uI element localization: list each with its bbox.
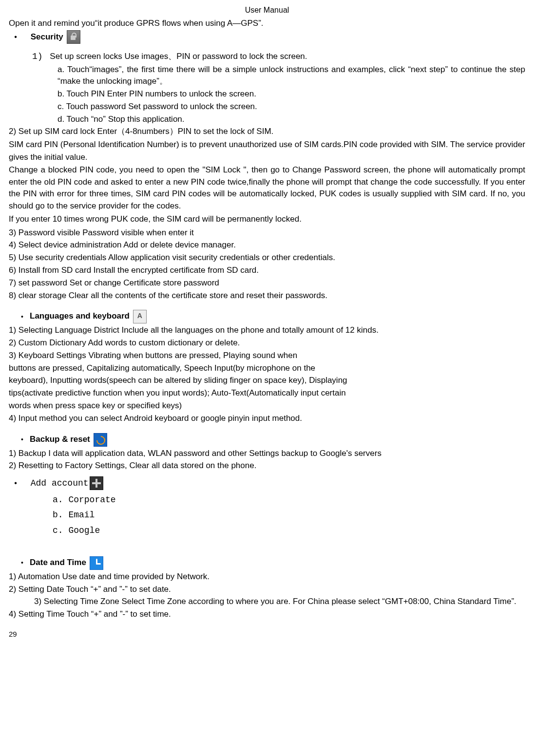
backup-heading: Backup & reset xyxy=(21,433,525,447)
security-heading: Security xyxy=(9,30,525,44)
add-account-b: b. Email xyxy=(53,509,525,521)
security-title: Security xyxy=(31,32,63,41)
security-item-8: 8) clear storage Clear all the contents … xyxy=(9,290,525,302)
languages-item-3a: 3) Keyboard Settings Vibrating when butt… xyxy=(9,350,525,361)
security-item-1: 1) Set up screen locks Use images、PIN or… xyxy=(32,51,525,63)
sim-para-3: If you enter 10 times wrong PUK code, th… xyxy=(9,213,525,225)
languages-heading: Languages and keyboard A xyxy=(21,310,525,323)
languages-item-3d: tips(activate predictive function when y… xyxy=(9,387,525,399)
languages-item-2: 2) Custom Dictionary Add words to custom… xyxy=(9,337,525,349)
languages-item-1: 1) Selecting Language District Include a… xyxy=(9,324,525,336)
languages-item-4: 4) Input method you can select Android k… xyxy=(9,413,525,424)
datetime-title: Date and Time xyxy=(30,558,86,567)
add-account-title: Add account xyxy=(31,478,89,488)
plus-icon xyxy=(90,476,103,490)
datetime-item-3: 3) Selecting Time Zone Select Time Zone … xyxy=(34,596,525,607)
security-item-7: 7) set password Set or change Certificat… xyxy=(9,277,525,289)
security-item-6: 6) Install from SD card Install the encr… xyxy=(9,265,525,276)
security-item-1a: a. Touch“images”, the first time there w… xyxy=(57,64,525,87)
datetime-item-4: 4) Setting Time Touch “+” and ”-” to set… xyxy=(9,608,525,620)
datetime-item-1: 1) Automation Use date and time provided… xyxy=(9,571,525,583)
security-item-1c: c. Touch password Set password to unlock… xyxy=(57,101,525,113)
datetime-item-3-text: 3) Selecting Time Zone Select Time Zone … xyxy=(34,597,516,606)
security-item-3: 3) Password visible Password visible whe… xyxy=(9,227,525,239)
security-item-1-text: Set up screen locks Use images、PIN or pa… xyxy=(50,52,307,61)
security-item-4: 4) Select device administration Add or d… xyxy=(9,239,525,251)
clock-icon xyxy=(90,556,103,570)
languages-item-3c: keyboard), Inputting words(speech can be… xyxy=(9,375,525,386)
languages-item-3e: words when press space key or specified … xyxy=(9,400,525,412)
add-account-a: a. Corporate xyxy=(53,494,525,506)
security-item-1d: d. Touch “no” Stop this application. xyxy=(57,113,525,125)
add-account-heading: Add account xyxy=(9,476,525,490)
backup-item-1: 1) Backup I data will application data, … xyxy=(9,448,525,459)
intro-line: Open it and remind you“it produce GPRS f… xyxy=(9,18,525,29)
languages-item-3b: buttons are pressed, Capitalizing automa… xyxy=(9,362,525,374)
list-number-1: 1) xyxy=(32,52,43,61)
sim-para-2: Change a blocked PIN code, you need to o… xyxy=(9,164,525,212)
page-header: User Manual xyxy=(9,5,525,16)
backup-title: Backup & reset xyxy=(30,435,90,444)
datetime-heading: Date and Time xyxy=(21,556,525,570)
security-item-5: 5) Use security credentials Allow applic… xyxy=(9,252,525,264)
restore-icon xyxy=(94,433,107,447)
keyboard-icon: A xyxy=(133,310,147,323)
security-item-1b: b. Touch PIN Enter PIN numbers to unlock… xyxy=(57,88,525,100)
datetime-item-2: 2) Setting Date Touch “+” and ”-” to set… xyxy=(9,584,525,595)
security-item-2: 2) Set up SIM card lock Enter（4-8numbers… xyxy=(9,126,525,137)
sim-para-1: SIM card PIN (Personal Identification Nu… xyxy=(9,138,525,163)
languages-title: Languages and keyboard xyxy=(30,312,130,321)
add-account-c: c. Google xyxy=(53,525,525,537)
page-number: 29 xyxy=(9,629,525,639)
lock-icon xyxy=(67,30,80,44)
backup-item-2: 2) Resetting to Factory Settings, Clear … xyxy=(9,460,525,472)
